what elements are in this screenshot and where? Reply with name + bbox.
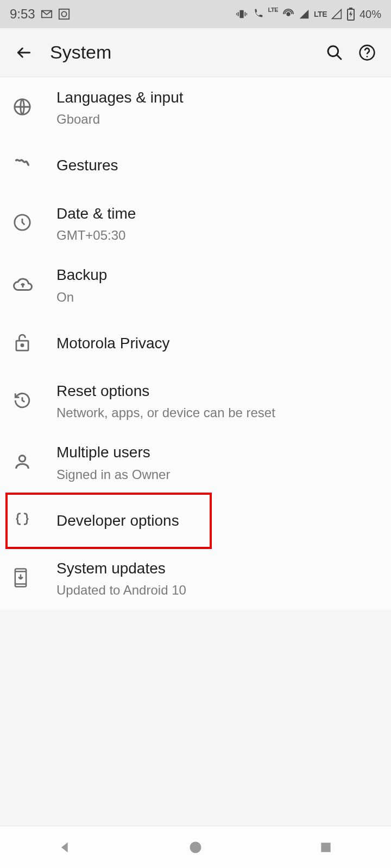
globe-icon xyxy=(13,98,31,118)
svg-point-19 xyxy=(190,841,201,853)
item-title: Motorola Privacy xyxy=(56,334,378,353)
item-multiple-users[interactable]: Multiple users Signed in as Owner xyxy=(0,432,391,494)
circle-icon xyxy=(58,8,70,20)
gmail-icon xyxy=(41,9,53,19)
item-title: Developer options xyxy=(56,511,378,531)
item-title: Languages & input xyxy=(56,88,378,107)
svg-rect-6 xyxy=(246,13,247,15)
svg-rect-20 xyxy=(321,843,330,852)
cloud-upload-icon xyxy=(13,277,33,294)
item-title: Reset options xyxy=(56,381,378,401)
vibrate-icon xyxy=(236,8,248,20)
item-sub: On xyxy=(56,289,378,305)
status-bar: 9:53 LTE LTE 40% xyxy=(0,0,391,28)
item-title: Backup xyxy=(56,265,378,285)
clock-icon xyxy=(13,213,31,234)
lte-label-small: LTE xyxy=(268,7,278,13)
item-title: System updates xyxy=(56,559,378,578)
search-button[interactable] xyxy=(321,40,348,66)
lock-open-icon xyxy=(13,333,31,354)
item-reset-options[interactable]: Reset options Network, apps, or device c… xyxy=(0,371,391,432)
battery-charging-icon xyxy=(346,8,355,21)
svg-point-17 xyxy=(19,456,25,462)
item-motorola-privacy[interactable]: Motorola Privacy xyxy=(0,316,391,371)
item-developer-options[interactable]: Developer options xyxy=(0,494,391,548)
help-button[interactable] xyxy=(354,40,380,66)
svg-rect-4 xyxy=(244,12,245,16)
system-update-icon xyxy=(13,567,28,590)
settings-list: Languages & input Gboard Gestures Date &… xyxy=(0,77,391,609)
signal-full-icon xyxy=(299,9,310,20)
item-title: Multiple users xyxy=(56,443,378,462)
item-backup[interactable]: Backup On xyxy=(0,254,391,316)
item-date-time[interactable]: Date & time GMT+05:30 xyxy=(0,193,391,255)
svg-point-12 xyxy=(367,56,368,58)
status-right: LTE LTE 40% xyxy=(236,8,381,21)
svg-point-7 xyxy=(287,12,290,16)
person-icon xyxy=(13,452,31,473)
status-left: 9:53 xyxy=(10,7,70,22)
nav-recent-button[interactable] xyxy=(313,834,339,860)
nav-bar xyxy=(0,826,391,868)
battery-percent: 40% xyxy=(360,8,381,21)
item-title: Date & time xyxy=(56,204,378,224)
lte-label: LTE xyxy=(314,10,327,18)
svg-rect-9 xyxy=(350,8,352,9)
svg-rect-0 xyxy=(59,9,69,19)
item-sub: Network, apps, or device can be reset xyxy=(56,404,378,421)
hotspot-icon xyxy=(282,8,294,20)
svg-point-16 xyxy=(21,344,23,346)
svg-rect-5 xyxy=(236,13,237,15)
svg-rect-3 xyxy=(237,12,238,16)
item-sub: Updated to Android 10 xyxy=(56,582,378,598)
item-gestures[interactable]: Gestures xyxy=(0,139,391,193)
item-languages-input[interactable]: Languages & input Gboard xyxy=(0,77,391,139)
app-bar: System xyxy=(0,28,391,77)
nav-back-button[interactable] xyxy=(52,834,78,860)
signal-empty-icon xyxy=(331,9,342,20)
status-time: 9:53 xyxy=(10,7,35,22)
back-button[interactable] xyxy=(11,40,37,66)
item-sub: Signed in as Owner xyxy=(56,466,378,483)
item-title: Gestures xyxy=(56,156,378,175)
item-sub: GMT+05:30 xyxy=(56,227,378,244)
svg-point-1 xyxy=(61,11,66,16)
page-title: System xyxy=(50,42,315,63)
wifi-call-icon xyxy=(252,8,264,20)
restore-icon xyxy=(13,391,31,412)
braces-icon xyxy=(13,510,31,531)
item-system-updates[interactable]: System updates Updated to Android 10 xyxy=(0,548,391,610)
nav-home-button[interactable] xyxy=(182,834,209,860)
svg-rect-2 xyxy=(239,10,243,18)
item-sub: Gboard xyxy=(56,111,378,127)
gesture-icon xyxy=(13,156,31,176)
